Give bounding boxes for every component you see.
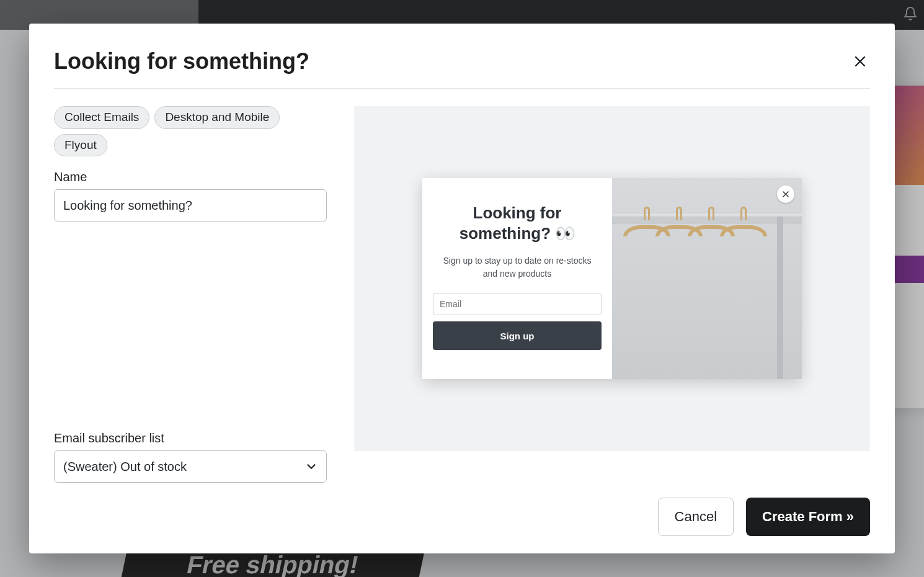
preview-email-input[interactable] bbox=[433, 293, 602, 315]
chip-desktop-mobile: Desktop and Mobile bbox=[154, 106, 280, 129]
tag-chips: Collect Emails Desktop and Mobile Flyout bbox=[54, 106, 327, 156]
preview-pane: Looking for something? 👀 Sign up to stay… bbox=[354, 106, 870, 451]
form-column: Collect Emails Desktop and Mobile Flyout… bbox=[54, 106, 327, 483]
preview-flyout: Looking for something? 👀 Sign up to stay… bbox=[422, 178, 802, 379]
chip-flyout: Flyout bbox=[54, 134, 107, 157]
close-button[interactable] bbox=[850, 51, 870, 71]
close-icon bbox=[853, 54, 868, 69]
modal-header: Looking for something? bbox=[54, 48, 870, 89]
preview-left: Looking for something? 👀 Sign up to stay… bbox=[422, 178, 612, 379]
modal-title: Looking for something? bbox=[54, 48, 309, 74]
chip-collect-emails: Collect Emails bbox=[54, 106, 149, 129]
modal-body: Collect Emails Desktop and Mobile Flyout… bbox=[54, 106, 870, 483]
preview-signup-button[interactable]: Sign up bbox=[433, 321, 602, 350]
preview-subtitle: Sign up to stay up to date on re-stocks … bbox=[440, 254, 595, 280]
name-label: Name bbox=[54, 170, 327, 184]
modal-footer: Cancel Create Form » bbox=[54, 498, 870, 536]
create-form-button[interactable]: Create Form » bbox=[746, 498, 870, 536]
subscriber-list-label: Email subscriber list bbox=[54, 431, 327, 445]
preview-close-button[interactable] bbox=[777, 186, 794, 203]
subscriber-list-value: (Sweater) Out of stock bbox=[63, 460, 187, 474]
cancel-button[interactable]: Cancel bbox=[658, 498, 734, 536]
preview-photo bbox=[612, 178, 802, 379]
subscriber-list-select[interactable]: (Sweater) Out of stock bbox=[54, 450, 327, 483]
preview-image bbox=[612, 178, 802, 379]
preview-hanger-4 bbox=[720, 218, 767, 250]
preview-pole bbox=[777, 217, 783, 379]
preview-title: Looking for something? 👀 bbox=[440, 203, 595, 243]
spacer bbox=[54, 221, 327, 431]
create-form-modal: Looking for something? Collect Emails De… bbox=[29, 24, 895, 553]
preview-column: Looking for something? 👀 Sign up to stay… bbox=[354, 106, 870, 483]
name-input[interactable] bbox=[54, 189, 327, 221]
subscriber-list-select-wrap: (Sweater) Out of stock bbox=[54, 450, 327, 483]
close-icon bbox=[781, 190, 790, 199]
